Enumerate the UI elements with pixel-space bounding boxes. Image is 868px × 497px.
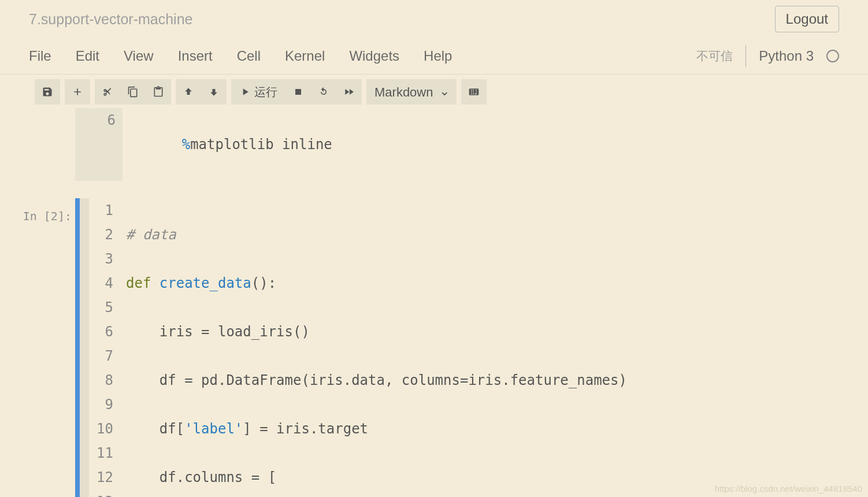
line-number: 6 (92, 320, 113, 344)
line-number: 1 (92, 198, 113, 222)
menu-kernel[interactable]: Kernel (285, 48, 325, 64)
line-number: 2 (92, 222, 113, 247)
copy-icon (127, 86, 139, 98)
add-cell-button[interactable] (65, 79, 90, 105)
code-line: df['label'] = iris.target (126, 417, 868, 441)
save-button[interactable] (35, 79, 60, 105)
menu-right: 不可信 Python 3 (696, 45, 839, 67)
keyboard-icon (468, 86, 480, 98)
play-icon (239, 86, 251, 98)
menu-view[interactable]: View (124, 48, 154, 64)
magic-prefix: % (182, 136, 190, 153)
line-number: 9 (92, 392, 113, 417)
toolbar: 运行 Markdown (0, 75, 868, 109)
scissors-icon (102, 86, 113, 98)
fast-forward-icon (343, 86, 355, 98)
cell-prompt: In [2]: (0, 198, 75, 497)
line-number: 5 (92, 295, 113, 320)
save-icon (42, 86, 53, 98)
arrow-down-icon (208, 86, 220, 98)
kernel-separator (745, 45, 746, 67)
restart-icon (318, 86, 329, 98)
menu-bar: File Edit View Insert Cell Kernel Widget… (0, 38, 868, 75)
move-down-button[interactable] (201, 79, 227, 105)
move-up-button[interactable] (176, 79, 201, 105)
plus-icon (72, 86, 83, 98)
run-button[interactable]: 运行 (231, 79, 285, 105)
menu-left: File Edit View Insert Cell Kernel Widget… (29, 48, 452, 64)
collapse-bar[interactable] (80, 198, 89, 497)
notebook-title[interactable]: 7.support-vector-machine (29, 11, 192, 28)
paste-icon (153, 86, 164, 98)
kernel-status-icon (826, 50, 839, 62)
stop-button[interactable] (285, 79, 311, 105)
notebook-area: 6 %matplotlib inline In [2]: 1 2 3 4 5 6… (0, 108, 868, 497)
line-number: 6 (75, 108, 123, 181)
code-cell-fragment[interactable]: 6 %matplotlib inline (0, 108, 868, 181)
code-line[interactable]: %matplotlib inline (123, 108, 868, 181)
kernel-name[interactable]: Python 3 (759, 48, 814, 64)
line-number: 13 (92, 489, 113, 497)
menu-cell[interactable]: Cell (237, 48, 261, 64)
menu-edit[interactable]: Edit (76, 48, 99, 64)
line-number: 12 (92, 465, 113, 489)
cut-button[interactable] (95, 79, 120, 105)
arrow-up-icon (183, 86, 194, 98)
line-number: 3 (92, 247, 113, 271)
header-bar: 7.support-vector-machine Logout (0, 0, 868, 38)
logout-button[interactable]: Logout (775, 6, 839, 32)
line-number: 7 (92, 344, 113, 368)
command-palette-button[interactable] (461, 79, 487, 105)
code-line: iris = load_iris() (126, 320, 868, 344)
menu-widgets[interactable]: Widgets (349, 48, 399, 64)
paste-button[interactable] (146, 79, 171, 105)
copy-button[interactable] (120, 79, 146, 105)
code-line: df = pd.DataFrame(iris.data, columns=iri… (126, 368, 868, 392)
line-number: 11 (92, 441, 113, 465)
menu-file[interactable]: File (29, 48, 51, 64)
trust-label[interactable]: 不可信 (696, 48, 733, 64)
gutter: 1 2 3 4 5 6 7 8 9 10 11 12 13 (92, 198, 121, 497)
line-number: 10 (92, 417, 113, 441)
line-number: 8 (92, 368, 113, 392)
fast-forward-button[interactable] (336, 79, 362, 105)
line-number: 4 (92, 271, 113, 295)
menu-insert[interactable]: Insert (178, 48, 213, 64)
cell-type-select[interactable]: Markdown (366, 79, 457, 105)
selection-indicator (75, 198, 80, 497)
watermark: https://blog.csdn.net/weixin_44818540 (715, 484, 862, 494)
code-area[interactable]: # data def create_data(): iris = load_ir… (121, 198, 868, 497)
run-label: 运行 (254, 84, 277, 100)
restart-button[interactable] (311, 79, 336, 105)
code-cell[interactable]: In [2]: 1 2 3 4 5 6 7 8 9 10 11 12 13 # … (0, 198, 868, 497)
menu-help[interactable]: Help (424, 48, 452, 64)
stop-icon (292, 86, 304, 98)
code-text: matplotlib inline (190, 136, 332, 153)
code-line: def create_data(): (126, 271, 868, 295)
code-line: # data (126, 222, 868, 247)
